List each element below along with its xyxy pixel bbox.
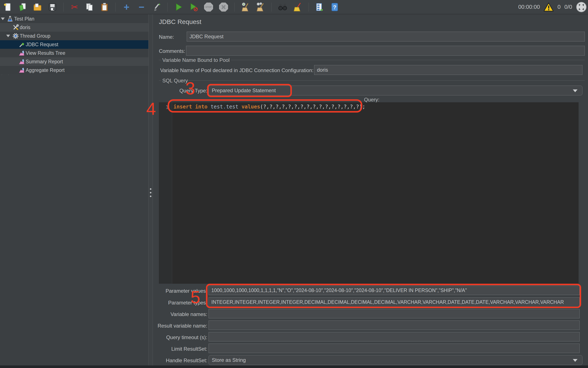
- group-border: [159, 60, 161, 60]
- window-bottom-edge: [0, 365, 588, 368]
- chevron-down-icon: [573, 359, 578, 362]
- limit-resultset-label: Limit ResultSet:: [153, 346, 207, 352]
- tree-item-summary-report[interactable]: Summary Report: [0, 57, 148, 66]
- clear-all-button[interactable]: [255, 2, 266, 12]
- handle-resultset-select[interactable]: Store as String: [209, 355, 582, 365]
- start-button[interactable]: [173, 2, 184, 12]
- play-icon: [174, 2, 183, 12]
- toolbar-separator: [63, 3, 64, 11]
- elapsed-timer: 00:00:00: [518, 4, 540, 10]
- new-file-button[interactable]: [2, 2, 13, 12]
- panel-splitter[interactable]: [148, 14, 153, 365]
- group-border: [231, 60, 585, 60]
- limit-resultset-input[interactable]: [209, 344, 580, 353]
- thread-group-icon: [12, 33, 19, 39]
- toolbar-separator: [309, 3, 309, 11]
- search-reset-button[interactable]: [292, 2, 303, 12]
- toggle-button[interactable]: [151, 2, 162, 12]
- test-plan-tree: Test Plan doris Thread Group: [0, 14, 148, 365]
- chevron-down-icon[interactable]: [1, 18, 5, 20]
- help-button[interactable]: ?: [329, 2, 340, 12]
- stop-button[interactable]: STOP: [203, 2, 214, 12]
- annotation-box-parameters: [206, 284, 581, 308]
- listener-icon: [19, 50, 25, 56]
- variable-names-input[interactable]: [209, 309, 580, 318]
- variable-names-label: Variable names:: [153, 311, 207, 317]
- help-icon: ?: [330, 2, 339, 12]
- query-timeout-label: Query timeout (s):: [153, 334, 207, 340]
- annotation-box-sql: [168, 99, 362, 112]
- comments-input[interactable]: [186, 46, 585, 56]
- result-variable-name-input[interactable]: [209, 321, 580, 330]
- error-count: 0: [557, 4, 560, 10]
- tree-item-test-plan[interactable]: Test Plan: [0, 15, 148, 23]
- clear-broom-icon: [241, 2, 251, 12]
- cut-icon: ✂: [71, 2, 78, 12]
- tree-item-jdbc-request[interactable]: JDBC Request: [0, 40, 148, 49]
- annotation-number-3: 3: [185, 80, 195, 97]
- annotation-number-5: 5: [190, 288, 200, 306]
- sql-query-editor[interactable]: 1 insert into test.test values(?,?,?,?,?…: [159, 102, 579, 284]
- stop-icon: STOP: [203, 2, 214, 12]
- paste-button[interactable]: [99, 2, 110, 12]
- tree-item-thread-group[interactable]: Thread Group: [0, 32, 148, 40]
- toolbar-separator: [167, 3, 168, 11]
- svg-text:?: ?: [333, 4, 336, 10]
- save-icon: [48, 2, 57, 12]
- tree-item-aggregate-report[interactable]: Aggregate Report: [0, 66, 148, 74]
- name-input[interactable]: [187, 32, 585, 42]
- toolbar-separator: [272, 3, 272, 11]
- annotation-number-4: 4: [146, 100, 156, 118]
- collapse-all-button[interactable]: −: [136, 2, 147, 12]
- copy-button[interactable]: [84, 2, 95, 12]
- page-title: JDBC Request: [159, 18, 201, 26]
- jmeter-window: ✂ + −: [0, 0, 588, 368]
- clear-button[interactable]: [240, 2, 251, 12]
- open-file-button[interactable]: [32, 2, 43, 12]
- chevron-down-icon[interactable]: [6, 35, 10, 37]
- comments-label: Comments:: [159, 48, 185, 54]
- shutdown-button[interactable]: [218, 2, 229, 12]
- thread-count: 0/0: [564, 4, 572, 10]
- copy-icon: [85, 2, 94, 12]
- function-helper-button[interactable]: [314, 2, 325, 12]
- handle-resultset-label: Handle ResultSet:: [153, 358, 207, 364]
- toolbar-separator: [115, 3, 116, 11]
- chevron-down-icon: [573, 89, 578, 92]
- listener-icon: [19, 58, 25, 65]
- clear-all-broom-icon: [256, 2, 266, 12]
- open-templates-button[interactable]: [17, 2, 28, 12]
- paste-icon: [100, 2, 109, 12]
- pool-group-title: Variable Name Bound to Pool: [162, 57, 229, 63]
- query-timeout-input[interactable]: [209, 332, 580, 341]
- search-button[interactable]: [277, 2, 288, 12]
- expand-all-button[interactable]: +: [121, 2, 132, 12]
- play-no-pause-icon: [189, 2, 198, 12]
- grip-dot: [150, 195, 152, 197]
- warning-icon[interactable]: [544, 3, 553, 11]
- save-button[interactable]: [47, 2, 58, 12]
- pool-name-input[interactable]: [314, 65, 582, 75]
- test-plan-icon: [7, 16, 13, 22]
- listener-icon: [19, 67, 25, 74]
- sql-group-title: SQL Query: [162, 78, 188, 84]
- cut-button[interactable]: ✂: [69, 2, 80, 12]
- tree-item-view-results-tree[interactable]: View Results Tree: [0, 49, 148, 57]
- tree-item-doris-config[interactable]: doris: [0, 23, 148, 32]
- svg-text:STOP: STOP: [205, 6, 212, 8]
- grip-dot: [150, 192, 152, 193]
- start-no-pauses-button[interactable]: [188, 2, 199, 12]
- query-label: Query:: [364, 97, 379, 103]
- grip-dot: [150, 188, 152, 190]
- search-reset-broom-icon: [293, 2, 303, 12]
- binoculars-icon: [278, 2, 288, 12]
- handle-resultset-value: Store as String: [212, 357, 246, 363]
- function-helper-icon: [315, 2, 324, 12]
- name-label: Name:: [159, 34, 174, 40]
- editor-gutter: 1: [159, 102, 172, 284]
- open-folder-icon: [33, 2, 42, 12]
- jdbc-config-icon: [12, 24, 19, 31]
- jdbc-request-panel: JDBC Request Name: Comments: Variable Na…: [153, 14, 588, 365]
- pool-name-label: Variable Name of Pool declared in JDBC C…: [160, 67, 313, 74]
- templates-icon: [18, 2, 27, 12]
